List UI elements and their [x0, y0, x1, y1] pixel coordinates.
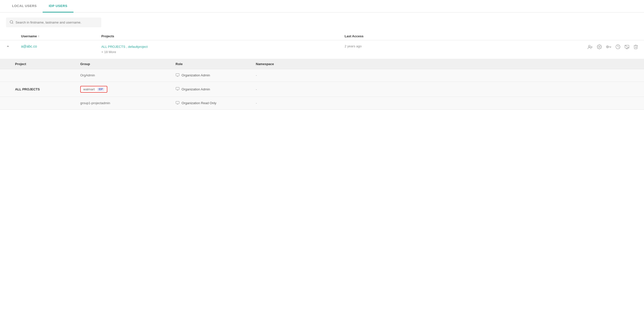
role-cell-2: Organization Admin [176, 87, 256, 91]
projects-more: + 18 More [101, 50, 345, 55]
exp-col-role: Role [176, 62, 256, 66]
user-row: ⌃ a@abc.co ALL PROJECTS , defaultproject… [0, 40, 644, 59]
session-icon[interactable] [615, 44, 620, 49]
svg-line-1 [12, 23, 13, 24]
manage-users-icon[interactable] [587, 45, 593, 49]
expanded-section: Project Group Role Namespace OrgAdmin Or… [0, 59, 644, 110]
svg-rect-19 [176, 87, 179, 90]
expanded-row-1: OrgAdmin Organization Admin - [0, 69, 644, 82]
svg-point-3 [599, 46, 600, 48]
highlighted-group-wrapper: walmart IDP [80, 86, 107, 93]
role-monitor-icon-3 [176, 101, 180, 105]
col-projects: Projects [101, 34, 345, 38]
role-monitor-icon-2 [176, 87, 180, 91]
tab-idp-users[interactable]: IDP USERS [43, 0, 73, 13]
svg-rect-16 [176, 73, 179, 76]
role-cell-1: Organization Admin [176, 73, 256, 78]
table-header: Username ↑ Projects Last Access [0, 32, 644, 40]
exp-col-group: Group [80, 62, 176, 66]
group-name-2: walmart [83, 87, 95, 91]
svg-point-5 [607, 46, 608, 47]
expanded-row-2: ALL PROJECTS walmart IDP Organization Ad… [0, 82, 644, 97]
search-icon [10, 20, 14, 25]
settings-icon[interactable] [597, 44, 602, 49]
delete-icon[interactable] [633, 44, 638, 49]
sort-arrow-icon[interactable]: ↑ [38, 35, 39, 38]
group-cell-2: walmart IDP [80, 86, 176, 93]
namespace-cell-3: - [256, 101, 629, 105]
namespace-cell-1: - [256, 73, 629, 77]
svg-point-2 [589, 45, 590, 47]
group-cell-1: OrgAdmin [80, 73, 176, 77]
role-cell-3: Organization Read Only [176, 101, 256, 105]
project-label-2: ALL PROJECTS [15, 87, 80, 91]
role-label-2: Organization Admin [182, 87, 210, 91]
col-username: Username ↑ [21, 34, 101, 38]
col-last-access: Last Access [345, 34, 588, 38]
expanded-table-header: Project Group Role Namespace [0, 59, 644, 69]
projects-links: ALL PROJECTS , defaultproject [101, 44, 345, 50]
col-actions [588, 34, 638, 38]
role-label-1: Organization Admin [182, 73, 210, 77]
expanded-row-3: group1-projectadmin Organization Read On… [0, 97, 644, 109]
api-key-icon[interactable] [606, 45, 611, 49]
group-cell-3: group1-projectadmin [80, 101, 176, 105]
search-input-wrapper [6, 18, 101, 27]
namespace-cell-2: - [256, 87, 629, 91]
role-label-3: Organization Read Only [182, 101, 216, 105]
expand-toggle[interactable]: ⌃ [6, 44, 21, 50]
actions-cell [588, 44, 638, 49]
disable-icon[interactable] [624, 45, 629, 49]
col-spacer [6, 34, 21, 38]
username-cell: a@abc.co [21, 44, 101, 48]
exp-col-project: Project [15, 62, 80, 66]
idp-badge: IDP [97, 87, 105, 91]
search-input[interactable] [16, 21, 98, 24]
projects-cell: ALL PROJECTS , defaultproject + 18 More [101, 44, 345, 55]
tabs-bar: LOCAL USERS IDP USERS [0, 0, 644, 13]
search-bar [0, 13, 644, 32]
exp-col-namespace: Namespace [256, 62, 629, 66]
last-access-cell: 2 years ago [345, 44, 588, 48]
svg-rect-22 [176, 101, 179, 103]
svg-point-4 [606, 46, 609, 48]
role-monitor-icon-1 [176, 73, 180, 78]
svg-line-13 [625, 45, 629, 48]
tab-local-users[interactable]: LOCAL USERS [6, 0, 43, 13]
